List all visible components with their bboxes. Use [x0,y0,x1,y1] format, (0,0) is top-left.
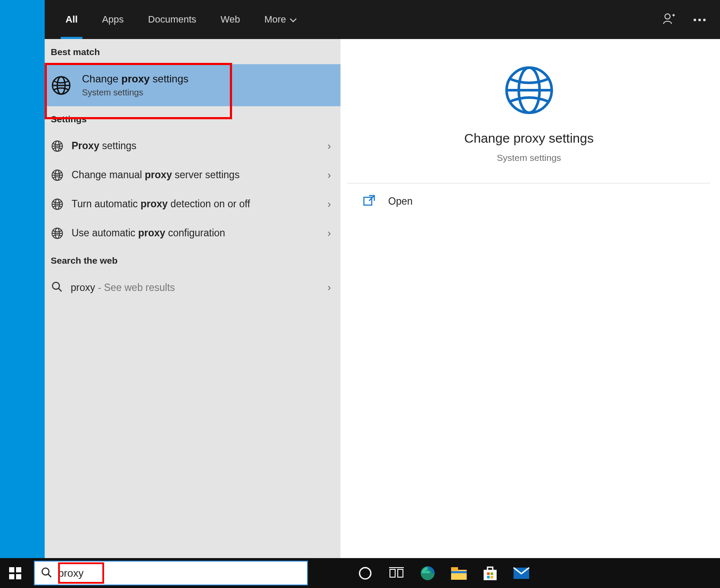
open-label: Open [388,196,412,207]
svg-rect-27 [16,567,21,572]
file-explorer-icon[interactable] [449,564,468,583]
open-icon [363,195,375,208]
svg-point-2 [698,19,701,21]
chevron-right-icon: › [327,198,331,210]
cortana-icon[interactable] [356,564,375,583]
result-detail-pane: Change proxy settings System settings Op… [347,39,710,550]
svg-rect-38 [451,567,458,571]
chevron-right-icon: › [327,169,331,181]
web-result-label: proxy - See web results [71,282,175,294]
tab-apps[interactable]: Apps [90,0,136,39]
taskbar-search-box[interactable]: proxy [34,561,308,585]
start-button[interactable] [0,558,30,588]
globe-icon [51,140,64,153]
best-match-header: Best match [45,39,340,64]
settings-result-label: Proxy settings [72,139,334,153]
globe-icon [51,75,72,96]
svg-rect-42 [491,572,493,575]
task-view-icon[interactable] [387,564,406,583]
svg-rect-24 [364,197,372,205]
svg-rect-44 [491,576,493,578]
web-result-item[interactable]: proxy - See web results › [45,273,340,302]
svg-point-30 [42,568,49,575]
tab-all[interactable]: All [53,0,90,39]
search-icon [41,567,52,580]
svg-point-19 [52,282,59,289]
chevron-right-icon: › [327,140,331,152]
best-match-result[interactable]: Change proxy settings System settings [45,64,340,106]
chevron-down-icon [290,14,297,25]
best-match-title: Change proxy settings [82,73,189,85]
open-action[interactable]: Open [347,183,710,219]
search-icon [51,281,63,294]
svg-rect-29 [16,574,21,579]
svg-rect-33 [390,569,395,577]
svg-line-31 [48,574,51,577]
taskbar: proxy [0,558,720,588]
svg-rect-34 [398,569,403,577]
mail-icon[interactable] [512,564,531,583]
globe-icon [51,169,64,182]
svg-line-20 [59,288,62,291]
chevron-right-icon: › [327,281,331,294]
search-results-window: All Apps Documents Web More Best match [45,0,720,558]
settings-result-label: Change manual proxy server settings [72,168,334,182]
svg-point-3 [703,19,706,21]
settings-result-item[interactable]: Turn automatic proxy detection on or off… [45,189,340,219]
tab-documents[interactable]: Documents [136,0,208,39]
tab-web[interactable]: Web [209,0,252,39]
tab-more[interactable]: More [252,0,308,39]
desktop-left-strip [0,0,45,558]
detail-subtitle: System settings [347,153,710,163]
best-match-subtitle: System settings [82,88,189,98]
detail-title: Change proxy settings [347,131,710,146]
settings-result-item[interactable]: Proxy settings › [45,131,340,160]
svg-rect-41 [487,572,490,575]
globe-icon [51,227,64,240]
edge-icon[interactable] [418,564,437,583]
settings-result-item[interactable]: Use automatic proxy configuration › [45,219,340,248]
svg-rect-40 [484,570,497,580]
svg-point-1 [694,19,696,21]
search-web-header: Search the web [45,248,340,273]
svg-point-32 [360,568,371,579]
search-input-value: proxy [58,567,84,579]
svg-rect-28 [9,574,14,579]
search-filter-tabs: All Apps Documents Web More [45,0,720,39]
globe-icon [503,64,555,116]
svg-rect-43 [487,576,490,578]
globe-icon [51,198,64,211]
settings-header: Settings [45,106,340,131]
microsoft-store-icon[interactable] [481,564,500,583]
results-left-pane: Best match Change proxy settings System … [45,39,340,558]
settings-result-item[interactable]: Change manual proxy server settings › [45,160,340,189]
chevron-right-icon: › [327,227,331,239]
settings-result-label: Turn automatic proxy detection on or off [72,197,334,211]
settings-result-label: Use automatic proxy configuration [72,226,334,240]
svg-rect-39 [451,571,467,573]
svg-point-0 [665,14,670,19]
more-options-icon[interactable] [693,16,706,23]
account-icon[interactable] [663,13,676,26]
svg-rect-26 [9,567,14,572]
tab-more-label: More [264,14,286,25]
